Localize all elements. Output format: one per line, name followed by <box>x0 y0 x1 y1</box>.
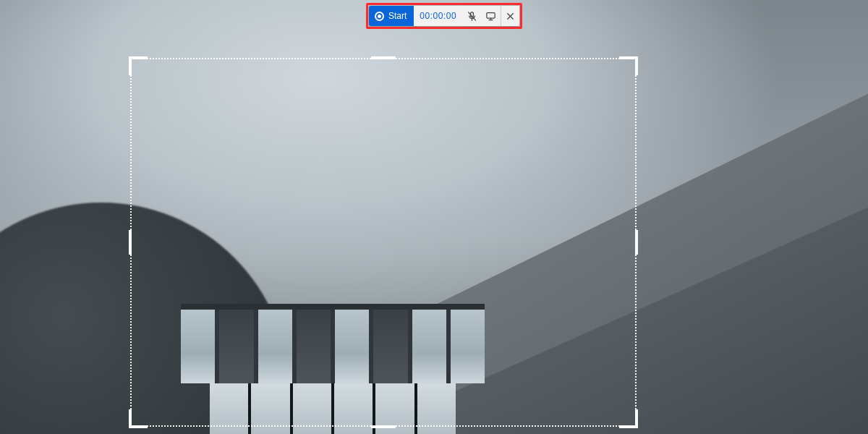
recording-timer: 00:00:00 <box>414 6 462 26</box>
svg-rect-2 <box>487 12 495 18</box>
select-monitor-button[interactable] <box>481 6 500 26</box>
microphone-toggle-button[interactable] <box>462 6 481 26</box>
recording-toolbar: Start 00:00:00 <box>369 6 519 26</box>
close-toolbar-button[interactable] <box>501 6 519 26</box>
monitor-icon <box>485 11 496 22</box>
close-icon <box>505 11 516 22</box>
microphone-muted-icon <box>467 11 477 22</box>
wallpaper-building <box>181 304 485 434</box>
start-recording-button[interactable]: Start <box>369 6 414 26</box>
start-button-label: Start <box>388 11 407 21</box>
record-icon <box>375 12 384 21</box>
